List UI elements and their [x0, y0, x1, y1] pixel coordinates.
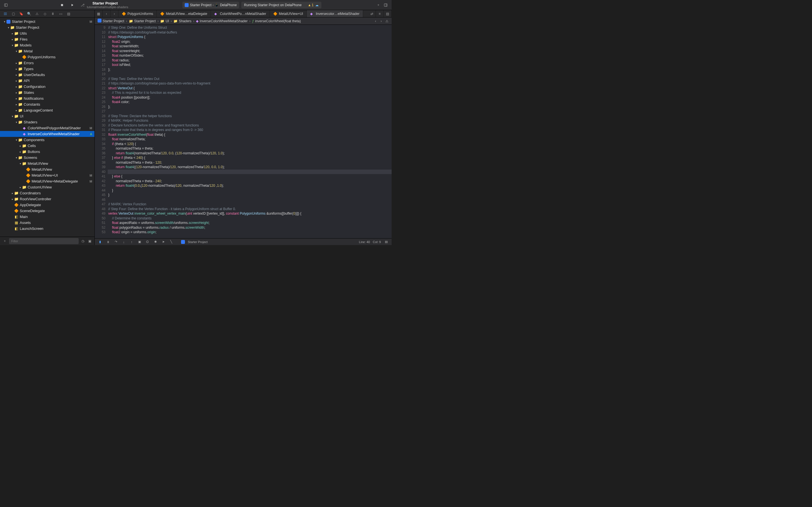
memory-graph-icon[interactable]: ⌬: [145, 239, 150, 244]
code-line[interactable]: struct VertexOut {: [108, 86, 392, 91]
code-line[interactable]: float screenHeight;: [108, 49, 392, 54]
code-editor[interactable]: 9101112131415161718192021222324252627282…: [95, 25, 392, 238]
navigator-item[interactable]: ▾📁Starter Project: [0, 24, 94, 31]
navigator-item[interactable]: ▸📁Coordinators: [0, 190, 94, 196]
code-line[interactable]: };: [108, 67, 392, 72]
disclosure-icon[interactable]: ▸: [15, 103, 18, 106]
navigator-item[interactable]: ▸📁Constants: [0, 101, 94, 107]
environment-icon[interactable]: ✱: [153, 239, 158, 244]
issues-tab[interactable]: ⚠: [35, 11, 40, 16]
recent-filter-icon[interactable]: ◷: [80, 238, 86, 244]
navigator-item[interactable]: 🔶SceneDelegate: [0, 208, 94, 214]
navigator-item[interactable]: ▸📁Buttons: [0, 149, 94, 155]
navigator-item[interactable]: ▸📁States: [0, 90, 94, 96]
disclosure-icon[interactable]: ▾: [11, 115, 14, 118]
disclosure-icon[interactable]: ▸: [18, 186, 22, 189]
code-line[interactable]: [108, 198, 392, 202]
navigator-item[interactable]: ▸📁Configuration: [0, 83, 94, 90]
disclosure-icon[interactable]: ▸: [15, 97, 18, 100]
navigator-item[interactable]: ▾📁UI: [0, 113, 94, 119]
code-line[interactable]: normalizedTheta = theta;: [108, 146, 392, 151]
code-content[interactable]: // Step One: Define the Uniforms Struct/…: [108, 25, 392, 238]
add-icon[interactable]: ＋: [376, 3, 381, 8]
editor-tab[interactable]: 🔶PolygonUniforms: [118, 10, 157, 17]
disclosure-icon[interactable]: ▸: [11, 192, 14, 194]
editor-tab[interactable]: ◆Inversecolor…elMetalShader: [307, 10, 363, 17]
find-tab[interactable]: 🔍: [27, 11, 32, 16]
navigator-item[interactable]: ▸📁API: [0, 78, 94, 83]
navigator-item[interactable]: ▸📁Notifications: [0, 96, 94, 101]
breakpoints-tab[interactable]: ▭: [58, 11, 63, 16]
code-line[interactable]: }: [108, 193, 392, 198]
disclosure-icon[interactable]: ▸: [15, 86, 18, 88]
navigator-item[interactable]: ▸📁Errors: [0, 60, 94, 66]
breadcrumb-item[interactable]: ƒinverseColorWheel(float theta): [252, 19, 301, 23]
code-line[interactable]: float radius;: [108, 58, 392, 63]
code-line[interactable]: } else {: [108, 174, 392, 179]
disclosure-icon[interactable]: ▸: [15, 73, 18, 76]
code-line[interactable]: // Declare functions before the vertex a…: [108, 123, 392, 128]
navigator-item[interactable]: ◧LaunchScreen: [0, 226, 94, 231]
filter-input[interactable]: [9, 238, 79, 244]
navigator-item[interactable]: ◆InverseColorWheelMetalShaderA: [0, 131, 94, 137]
issue-warning-icon[interactable]: ⚠: [384, 18, 389, 24]
step-into-icon[interactable]: ↓: [121, 239, 126, 244]
breakpoints-toggle-icon[interactable]: ▮: [98, 239, 103, 244]
editor-tab[interactable]: ◆ColorWheelPo…nMetalShader: [211, 10, 270, 17]
next-issue-icon[interactable]: ›: [378, 18, 384, 24]
code-line[interactable]: float aspectRatio = uniforms.screenWidth…: [108, 221, 392, 225]
code-line[interactable]: }: [108, 188, 392, 193]
code-line[interactable]: return float4((120-normalizedTheta)/120,…: [108, 165, 392, 170]
disclosure-icon[interactable]: ▸: [15, 68, 18, 70]
add-editor-icon[interactable]: ▤: [384, 10, 392, 17]
debug-tab[interactable]: ⏸: [50, 11, 55, 16]
build-status[interactable]: Running Starter Project on DelaPhone ▲ 1…: [241, 2, 322, 8]
disclosure-icon[interactable]: ▾: [18, 162, 22, 165]
code-line[interactable]: float4 inverseColorWheel(float theta) {: [108, 132, 392, 137]
navigator-item[interactable]: ▾📁MetalUIView: [0, 161, 94, 166]
code-line[interactable]: float screenWidth;: [108, 44, 392, 49]
reports-tab[interactable]: ▤: [66, 11, 71, 16]
disclosure-icon[interactable]: ▸: [15, 91, 18, 94]
navigator-item[interactable]: ▸📁Files: [0, 36, 94, 42]
breadcrumb-item[interactable]: ◆InverseColorWheelMetalShader: [195, 19, 248, 23]
navigator-item[interactable]: ◆ColorWheelPolygonMetalShaderM: [0, 125, 94, 131]
editor-tab[interactable]: 🔶MetalUIView+UI: [270, 10, 307, 17]
navigator-item[interactable]: ▸📁UserDefaults: [0, 72, 94, 78]
pause-icon[interactable]: ⏸: [105, 239, 110, 244]
code-line[interactable]: // Determine the constants: [108, 216, 392, 221]
code-line[interactable]: // Please note that theta is in degrees …: [108, 128, 392, 132]
navigator-item[interactable]: ▾Starter ProjectM: [0, 18, 94, 24]
disclosure-icon[interactable]: ▸: [18, 145, 22, 147]
scheme-selector[interactable]: Starter Project › 📱 DelaPhone: [183, 2, 239, 8]
disclosure-icon[interactable]: ▾: [7, 26, 10, 29]
navigator-item[interactable]: ▦Assets: [0, 220, 94, 226]
code-line[interactable]: vertex VertexOut inverse_color_wheel_ver…: [108, 211, 392, 216]
disclosure-icon[interactable]: ▾: [15, 156, 18, 159]
nav-back-icon[interactable]: ‹: [103, 10, 110, 17]
adjust-editor-icon[interactable]: ≡: [376, 10, 384, 17]
disclosure-icon[interactable]: ▸: [11, 38, 14, 41]
code-line[interactable]: float numberOfSides;: [108, 53, 392, 58]
bookmarks-tab[interactable]: 🔖: [18, 11, 24, 16]
view-debug-icon[interactable]: ▣: [137, 239, 142, 244]
editor-tab[interactable]: 🔶MetalUIView…etalDelegate: [157, 10, 211, 17]
source-control-tab[interactable]: ▢: [11, 11, 16, 16]
navigator-item[interactable]: 🔶MetalUIView+MetalDelegateM: [0, 178, 94, 184]
library-icon[interactable]: [383, 3, 388, 8]
stop-button[interactable]: [58, 2, 66, 8]
project-navigator[interactable]: ▾Starter ProjectM▾📁Starter Project▸📁Util…: [0, 17, 94, 237]
disclosure-icon[interactable]: ▸: [15, 62, 18, 64]
disclosure-icon[interactable]: ▾: [15, 121, 18, 124]
navigator-item[interactable]: 🔶AppDelegate: [0, 202, 94, 208]
navigator-item[interactable]: ▾📁Shaders: [0, 119, 94, 125]
breadcrumb-item[interactable]: 📁Starter Project: [128, 19, 156, 23]
code-line[interactable]: return float4(normalizedTheta/120, 0.0, …: [108, 151, 392, 156]
code-line[interactable]: // Step Two: Define the Vertex Out: [108, 76, 392, 81]
add-file-icon[interactable]: ＋: [2, 238, 7, 244]
code-line[interactable]: // This is required for it to function a…: [108, 91, 392, 95]
code-line[interactable]: };: [108, 105, 392, 109]
disclosure-icon[interactable]: ▾: [15, 50, 18, 53]
toggle-console-icon[interactable]: ▤: [384, 239, 389, 244]
navigator-item[interactable]: ▸📁CustomUIView: [0, 184, 94, 190]
